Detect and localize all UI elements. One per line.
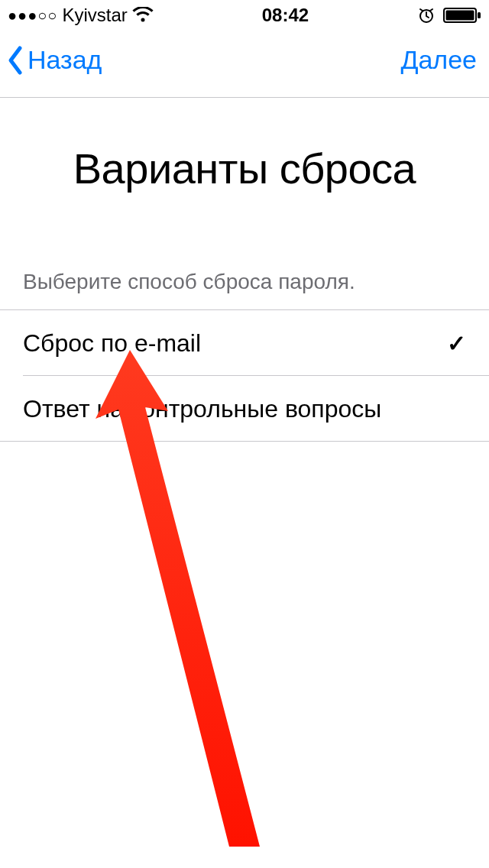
back-button[interactable]: Назад <box>6 45 102 76</box>
back-label: Назад <box>28 45 102 75</box>
svg-rect-3 <box>478 12 481 18</box>
next-label: Далее <box>400 45 477 74</box>
chevron-left-icon <box>6 45 24 76</box>
signal-strength-icon: ●●●○○ <box>8 8 57 23</box>
option-reset-by-email[interactable]: Сброс по e-mail ✓ <box>0 310 489 376</box>
svg-rect-2 <box>446 11 474 21</box>
option-label: Ответ на контрольные вопросы <box>23 395 381 423</box>
option-security-questions[interactable]: Ответ на контрольные вопросы <box>0 376 489 442</box>
carrier-label: Kyivstar <box>62 5 127 26</box>
alarm-icon <box>417 6 436 24</box>
nav-bar: Назад Далее <box>0 31 489 98</box>
battery-icon <box>443 7 481 24</box>
divider <box>0 441 489 442</box>
wifi-icon <box>132 7 154 24</box>
next-button[interactable]: Далее <box>400 45 477 75</box>
page-subtitle: Выберите способ сброса пароля. <box>0 270 489 294</box>
status-time: 08:42 <box>262 5 309 26</box>
option-label: Сброс по e-mail <box>23 329 201 358</box>
status-left: ●●●○○ Kyivstar <box>8 5 154 26</box>
status-right <box>417 6 481 24</box>
status-bar: ●●●○○ Kyivstar 08:42 <box>0 0 489 31</box>
options-list: Сброс по e-mail ✓ Ответ на контрольные в… <box>0 309 489 442</box>
checkmark-icon: ✓ <box>447 330 466 357</box>
page-title: Варианты сброса <box>0 144 489 193</box>
